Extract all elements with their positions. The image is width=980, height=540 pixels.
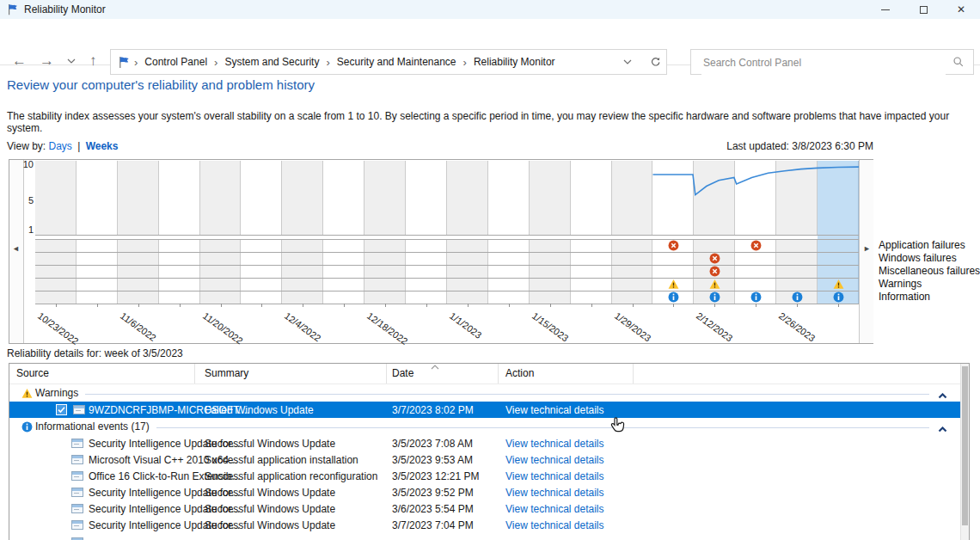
warning-icon[interactable] (833, 279, 844, 290)
x-axis-tick (714, 304, 715, 307)
event-row[interactable]: Security Intelligence Update for...Succe… (9, 500, 962, 517)
info-icon[interactable] (668, 291, 679, 303)
event-row[interactable]: Security Intelligence Update for...Succe… (9, 484, 962, 500)
event-date: 3/7/2023 8:02 PM (392, 404, 474, 416)
event-row-partial[interactable] (9, 534, 962, 540)
chart-scroll-left[interactable]: ◄ (9, 160, 24, 343)
warning-icon[interactable] (709, 279, 720, 290)
event-row[interactable]: Security Intelligence Update for...Succe… (9, 435, 962, 451)
column-divider[interactable] (633, 364, 634, 384)
chart-week-column[interactable] (282, 239, 323, 304)
chart-week-column[interactable] (447, 239, 488, 304)
info-icon[interactable] (792, 291, 803, 303)
breadcrumb-item[interactable]: System and Security (221, 56, 322, 68)
view-technical-details-link[interactable]: View technical details (505, 438, 604, 450)
chart-scroll-right[interactable]: ► (859, 160, 873, 343)
error-icon[interactable] (750, 240, 762, 251)
column-divider[interactable] (194, 364, 195, 384)
breadcrumb-item[interactable]: Reliability Monitor (470, 56, 559, 68)
address-bar[interactable]: ›Control Panel›System and Security›Secur… (110, 49, 667, 75)
view-by-weeks-link[interactable]: Weeks (86, 140, 119, 152)
event-grid-line (35, 278, 859, 279)
legend-label: Application failures (879, 239, 980, 252)
collapse-chevron-icon[interactable] (938, 423, 947, 435)
event-grid-line (35, 291, 859, 291)
x-axis-label: 1/29/2023 (613, 310, 653, 343)
x-axis-label: 12/4/2022 (283, 310, 323, 343)
view-by-days-link[interactable]: Days (48, 140, 71, 152)
event-group-label: Warnings (35, 387, 78, 399)
info-icon[interactable] (833, 291, 844, 303)
search-icon[interactable] (952, 56, 965, 68)
minimize-button[interactable] (867, 0, 904, 19)
info-icon[interactable] (709, 291, 720, 303)
x-axis-tick (180, 304, 181, 307)
view-technical-details-link[interactable]: View technical details (505, 454, 604, 466)
event-group-header[interactable]: Informational events (17) (9, 419, 962, 435)
error-icon[interactable] (709, 266, 720, 277)
up-button[interactable]: ↑ (89, 52, 97, 71)
chart-week-column[interactable] (200, 239, 242, 304)
view-technical-details-link[interactable]: View technical details (505, 404, 604, 416)
info-icon[interactable] (750, 291, 762, 303)
breadcrumb-separator-icon: › (131, 56, 141, 69)
error-icon[interactable] (668, 240, 679, 251)
column-header-summary[interactable]: Summary (205, 367, 248, 379)
graph-baseline (35, 235, 859, 236)
event-row[interactable]: Office 16 Click-to-Run Extensib...Succes… (9, 468, 962, 484)
event-group-label: Informational events (17) (35, 420, 150, 433)
chart-week-column[interactable] (530, 239, 571, 304)
vertical-scrollbar[interactable] (960, 364, 969, 540)
column-divider[interactable] (498, 364, 499, 384)
search-input[interactable] (701, 51, 946, 75)
warning-icon[interactable] (668, 279, 679, 290)
address-dropdown-chevron-icon[interactable] (623, 59, 632, 64)
chart-week-column[interactable] (323, 239, 364, 304)
recent-pages-chevron-icon[interactable] (67, 58, 76, 64)
refresh-icon[interactable] (649, 56, 661, 68)
close-button[interactable]: ✕ (942, 0, 980, 19)
event-group-header[interactable]: Warnings (9, 385, 962, 402)
application-icon (71, 471, 83, 481)
application-icon (71, 488, 83, 497)
y-axis-labels: 1051 (23, 160, 35, 246)
column-divider[interactable] (386, 364, 387, 384)
view-technical-details-link[interactable]: View technical details (505, 519, 604, 531)
application-icon (71, 439, 83, 448)
chart-week-column[interactable] (571, 239, 612, 304)
chart-week-column[interactable] (364, 239, 406, 304)
column-header-action[interactable]: Action (505, 367, 534, 379)
event-row[interactable]: 9WZDNCRFJBMP-MICROSOFT....Failed Windows… (9, 402, 962, 418)
warning-icon (21, 388, 33, 402)
navigation-bar: ← → ↑ ›Control Panel›System and Security… (0, 19, 980, 65)
info-icon (21, 421, 33, 435)
back-button[interactable]: ← (12, 52, 27, 71)
chart-week-column[interactable] (242, 239, 283, 304)
column-header-source[interactable]: Source (16, 367, 49, 379)
event-summary: Successful Windows Update (205, 438, 335, 450)
chart-week-column[interactable] (35, 239, 77, 304)
chart-week-column[interactable] (118, 239, 159, 304)
breadcrumb-item[interactable]: Security and Maintenance (334, 56, 460, 68)
group-divider-line (156, 427, 929, 428)
view-technical-details-link[interactable]: View technical details (505, 503, 604, 515)
scrollbar-thumb[interactable] (962, 366, 968, 525)
chart-week-column[interactable] (406, 239, 447, 304)
view-technical-details-link[interactable]: View technical details (505, 487, 604, 499)
breadcrumb-item[interactable]: Control Panel (141, 56, 211, 68)
event-row[interactable]: Security Intelligence Update for...Succe… (9, 517, 962, 533)
chart-week-column[interactable] (612, 239, 653, 304)
view-technical-details-link[interactable]: View technical details (505, 470, 604, 482)
collapse-chevron-icon[interactable] (938, 390, 947, 402)
column-header-date[interactable]: Date (392, 367, 413, 379)
chart-week-column[interactable] (159, 239, 200, 304)
error-icon[interactable] (709, 253, 720, 264)
row-checkbox[interactable] (56, 404, 67, 415)
event-row[interactable]: Microsoft Visual C++ 2010 x64...Successf… (9, 451, 962, 468)
chart-week-column[interactable] (488, 239, 530, 304)
forward-button[interactable]: → (40, 52, 54, 71)
event-summary: Successful application reconfiguration (205, 470, 377, 482)
maximize-button[interactable] (904, 0, 942, 19)
breadcrumb-separator-icon: › (460, 56, 470, 69)
chart-week-column[interactable] (77, 239, 118, 304)
